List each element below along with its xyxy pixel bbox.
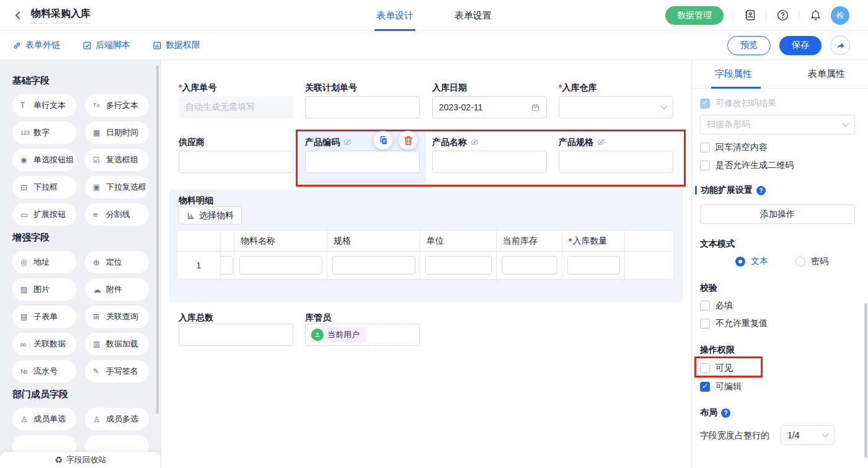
form-canvas[interactable]: *入库单号自动生成无需填写关联计划单号入库日期2023-02-117*入库仓库供… (161, 60, 691, 468)
clear-on-enter-checkbox[interactable] (700, 143, 710, 152)
recycle-icon: ♻ (55, 456, 63, 464)
visible-checkbox[interactable] (700, 363, 710, 373)
editable-checkbox[interactable] (700, 382, 710, 392)
field-type-linked-data[interactable]: ∞关联数据 (12, 333, 76, 355)
form-field-input-3[interactable] (559, 96, 673, 118)
field-type-address[interactable]: ◎地址 (12, 251, 76, 273)
svg-text:7: 7 (534, 106, 536, 110)
subform-cell-input[interactable] (239, 256, 322, 275)
field-type-serial[interactable]: №流水号 (12, 360, 76, 382)
notification-bell-icon[interactable] (808, 9, 822, 22)
delete-field-button[interactable] (399, 131, 417, 149)
form-field-input-6[interactable] (432, 151, 547, 173)
multi-select-icon: ▣ (93, 183, 104, 192)
divider-icon: ≡ (93, 210, 104, 219)
field-type-member-multi[interactable]: ♙成员多选 (85, 408, 149, 430)
contacts-icon[interactable] (743, 9, 756, 22)
form-field-input-7[interactable] (559, 151, 673, 173)
field-type-divider[interactable]: ≡分割线 (85, 203, 149, 226)
field-type-datetime[interactable]: ▦日期时间 (85, 121, 149, 144)
form-field-input-4[interactable] (179, 151, 293, 173)
form-field-label: 产品编码 (305, 137, 352, 147)
select-icon: ⊡ (20, 183, 32, 192)
copy-icon (378, 135, 389, 146)
help-circle-icon[interactable]: ? (756, 186, 766, 195)
field-type-multi-select[interactable]: ▣下拉复选框 (85, 176, 149, 198)
field-type-label: 单选按钮组 (33, 154, 74, 166)
field-type-select[interactable]: ⊡下拉框 (12, 176, 76, 198)
field-type-member-single[interactable]: ♙成员单选 (12, 408, 76, 430)
trash-icon (402, 135, 414, 146)
field-type-label: 单行文本 (33, 100, 66, 111)
permission-icon (153, 41, 162, 50)
page-title[interactable]: 物料采购入库 (31, 8, 91, 19)
sidebar-scrollbar[interactable] (156, 65, 159, 414)
save-button[interactable]: 保存 (779, 36, 822, 55)
sub-toolbar: 表单外链 后端脚本 数据权限 预览 保存 (0, 31, 868, 60)
select-material-button[interactable]: 选择物料 (179, 206, 242, 224)
subform-cell-input[interactable] (425, 256, 492, 275)
field-type-location[interactable]: ⊕定位 (85, 251, 149, 273)
field-type-signature[interactable]: ✎手写签名 (85, 360, 149, 382)
form-field-label: *入库仓库 (559, 82, 596, 92)
data-manage-button[interactable]: 数据管理 (665, 6, 724, 25)
keeper-field-input[interactable]: 当前用户 (305, 324, 420, 346)
tab-form-settings[interactable]: 表单设置 (454, 0, 492, 31)
add-action-button[interactable]: 添加操作 (700, 205, 855, 224)
user-avatar[interactable]: 检 (831, 6, 849, 25)
back-button[interactable] (12, 10, 24, 21)
subform-container: 物料明细 选择物料 1物料名称规格单位当前库存*入库数量 (169, 190, 683, 302)
field-type-multi-line-text[interactable]: T≡多行文本 (85, 94, 149, 117)
field-type-label: 扩展按钮 (33, 209, 66, 220)
no-duplicate-checkbox[interactable] (700, 319, 710, 329)
copy-field-button[interactable] (374, 131, 392, 149)
field-type-image[interactable]: ▨图片 (12, 278, 76, 301)
allow-qrcode-checkbox[interactable] (700, 161, 710, 170)
required-checkbox[interactable] (700, 301, 710, 311)
field-type-radio-group[interactable]: ◉单选按钮组 (12, 149, 76, 171)
preview-button[interactable]: 预览 (727, 36, 771, 55)
data-permission-link[interactable]: 数据权限 (153, 40, 200, 51)
form-field-input-2[interactable]: 2023-02-117 (432, 96, 547, 118)
total-field-input[interactable] (179, 324, 293, 346)
form-external-link[interactable]: 表单外链 (12, 40, 60, 51)
tab-form-properties[interactable]: 表单属性 (808, 60, 845, 89)
scan-mode-select[interactable]: 扫描条形码 (700, 115, 855, 135)
field-type-label: 数字 (33, 127, 50, 138)
tab-field-properties[interactable]: 字段属性 (715, 60, 752, 89)
help-icon[interactable] (776, 9, 789, 22)
field-type-subform[interactable]: ▤子表单 (12, 306, 76, 328)
text-mode-radios: 文本 密码 (735, 257, 828, 267)
validation-title: 校验 (700, 283, 717, 293)
current-user-tag[interactable]: 当前用户 (310, 327, 366, 342)
form-field-input-0[interactable]: 自动生成无需填写 (179, 96, 293, 118)
radio-password[interactable] (795, 257, 805, 267)
tab-form-design[interactable]: 表单设计 (376, 0, 414, 31)
width-select[interactable]: 1/4 (781, 425, 835, 445)
subform-column: 1 (177, 231, 221, 279)
help-circle-icon[interactable]: ? (721, 408, 730, 418)
image-icon: ▨ (20, 285, 32, 294)
form-field-input-5[interactable] (305, 151, 420, 173)
field-type-checkbox-group[interactable]: ☑复选框组 (85, 149, 149, 171)
field-type-attachment[interactable]: ☁附件 (85, 278, 149, 301)
subform-cell-input[interactable] (221, 256, 233, 275)
share-button[interactable] (830, 35, 850, 55)
panel-scrollbar[interactable] (864, 303, 867, 458)
field-type-lookup[interactable]: ⊞关联查询 (85, 306, 149, 328)
subform-column-header: 物料名称 (234, 231, 327, 252)
radio-text[interactable] (735, 257, 745, 267)
field-type-data-load[interactable]: ▥数据加载 (85, 333, 149, 355)
field-recycle-bin[interactable]: ♻ 字段回收站 (0, 452, 161, 468)
field-type-single-line-text[interactable]: T单行文本 (12, 94, 76, 117)
backend-script-link[interactable]: 后端脚本 (82, 40, 130, 51)
scan-editable-checkbox[interactable] (700, 99, 710, 108)
subform-cell-input[interactable] (502, 256, 557, 275)
form-field-input-1[interactable] (305, 96, 420, 118)
subform-cell-input[interactable] (567, 256, 620, 275)
share-arrow-icon (835, 40, 846, 51)
field-type-extend-button[interactable]: ▭扩展按钮 (12, 203, 76, 226)
divider (799, 11, 799, 20)
field-type-number[interactable]: 123数字 (12, 121, 76, 144)
subform-cell-input[interactable] (332, 256, 415, 275)
